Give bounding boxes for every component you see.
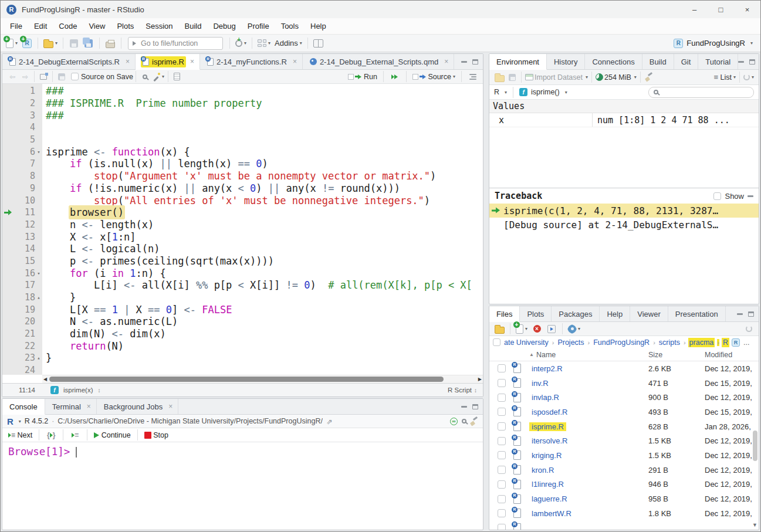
- rename-file-button[interactable]: [545, 322, 558, 336]
- line-gutter[interactable]: 7: [2, 158, 42, 169]
- line-gutter[interactable]: 16▾: [2, 268, 42, 279]
- load-workspace-button[interactable]: [493, 70, 506, 84]
- file-checkbox[interactable]: [498, 509, 506, 517]
- goto-directory-icon[interactable]: ⇗: [326, 417, 332, 426]
- file-checkbox[interactable]: [498, 495, 506, 503]
- chevron-down-icon[interactable]: ▾: [19, 419, 21, 424]
- console-tab[interactable]: Console: [2, 399, 45, 415]
- show-panes-button[interactable]: [312, 36, 325, 50]
- code-line[interactable]: 11 browser(): [2, 206, 483, 219]
- line-gutter[interactable]: 10: [2, 195, 42, 206]
- source-tab[interactable]: isprime.R×: [136, 54, 200, 70]
- menu-debug[interactable]: Debug: [207, 19, 241, 33]
- code-line[interactable]: 18▴ }: [2, 292, 483, 304]
- name-column-header[interactable]: ▲Name: [529, 351, 648, 359]
- show-checkbox[interactable]: [713, 192, 721, 200]
- close-button[interactable]: ×: [734, 1, 760, 18]
- compile-report-button[interactable]: [171, 70, 184, 84]
- table-row[interactable]: laguerre.R958 BDec 12, 2019,: [489, 492, 759, 506]
- source-tab[interactable]: 2-14_Debug_External_Scripts.qmd×: [303, 54, 454, 69]
- file-checkbox[interactable]: [498, 524, 506, 530]
- scrollbar-track[interactable]: [48, 377, 477, 382]
- table-row[interactable]: inv.R471 BDec 15, 2019,: [489, 376, 759, 391]
- new-file-button[interactable]: ▾: [5, 36, 19, 50]
- modified-column-header[interactable]: Modified: [705, 351, 759, 359]
- rerun-button[interactable]: [388, 70, 401, 84]
- code-line[interactable]: 16▾ for (i in 1:n) {: [2, 267, 483, 279]
- back-button[interactable]: ⇦: [6, 70, 19, 84]
- file-name-link[interactable]: laguerre.R: [529, 494, 648, 503]
- r-logo-icon[interactable]: R: [7, 416, 13, 426]
- code-line[interactable]: 6▾isprime <- function(x) {: [2, 145, 483, 158]
- language-selector[interactable]: R: [494, 88, 499, 96]
- files-tab[interactable]: Files: [489, 306, 520, 322]
- breadcrumb-item[interactable]: ate University: [503, 338, 550, 347]
- file-name-link[interactable]: interp2.R: [529, 364, 648, 373]
- print-button[interactable]: [104, 36, 117, 50]
- close-icon[interactable]: ×: [190, 57, 194, 66]
- new-project-button[interactable]: R: [21, 36, 33, 50]
- pane-layout-button[interactable]: ▾: [256, 36, 272, 50]
- code-editor[interactable]: 1###2### ISPRIME.R Prime number property…: [2, 84, 483, 375]
- minimize-pane-icon[interactable]: [461, 61, 467, 63]
- line-gutter[interactable]: 20: [2, 316, 42, 327]
- file-checkbox[interactable]: [498, 379, 506, 387]
- scrollbar-thumb[interactable]: [753, 431, 757, 461]
- line-gutter[interactable]: 22: [2, 341, 42, 351]
- new-folder-button[interactable]: [493, 322, 506, 336]
- menu-profile[interactable]: Profile: [242, 19, 275, 33]
- environment-scope-selector[interactable]: isprime(): [531, 88, 560, 96]
- size-column-header[interactable]: Size: [648, 351, 705, 359]
- files-tab[interactable]: Plots: [520, 306, 552, 321]
- line-gutter[interactable]: 13: [2, 232, 42, 242]
- minimize-pane-icon[interactable]: [461, 406, 467, 408]
- scroll-right-icon[interactable]: ▶: [478, 377, 482, 382]
- console-tab[interactable]: Terminal×: [45, 399, 97, 414]
- traceback-frame[interactable]: isprime(c(1, 2, 4, 71, 88, 2131, 3287…: [489, 204, 759, 218]
- table-row[interactable]: isposdef.R493 BDec 15, 2019,: [489, 405, 759, 419]
- menu-tools[interactable]: Tools: [275, 19, 305, 33]
- debug-next-button[interactable]: ≡ Next: [7, 428, 33, 442]
- breadcrumb-item[interactable]: scripts: [658, 338, 681, 347]
- line-gutter[interactable]: 18▴: [2, 292, 42, 303]
- file-name-link[interactable]: itersolve.R: [529, 436, 648, 445]
- clear-console-icon[interactable]: [471, 418, 478, 425]
- code-tools-button[interactable]: ▾: [151, 70, 165, 84]
- line-gutter[interactable]: 12: [2, 219, 42, 230]
- code-line[interactable]: 8 stop("Argument 'x' must be a nonempty …: [2, 170, 483, 182]
- file-checkbox[interactable]: [498, 408, 506, 416]
- close-icon[interactable]: ×: [444, 57, 448, 66]
- file-name-link[interactable]: isprime.R: [529, 422, 648, 431]
- line-gutter[interactable]: 1: [2, 86, 42, 96]
- menu-plots[interactable]: Plots: [111, 19, 140, 33]
- maximize-pane-icon[interactable]: [472, 59, 478, 65]
- variable-row[interactable]: x num [1:8] 1 2 4 71 88 ...: [489, 113, 759, 127]
- code-line[interactable]: 24: [2, 364, 483, 375]
- save-source-button[interactable]: [55, 70, 68, 84]
- file-type-selector[interactable]: R Script ↕: [448, 387, 477, 394]
- menu-session[interactable]: Session: [140, 19, 178, 33]
- function-scope[interactable]: isprime(x): [63, 387, 93, 394]
- code-line[interactable]: 5: [2, 134, 483, 146]
- close-icon[interactable]: ×: [168, 402, 173, 411]
- addins-button[interactable]: Addins▾: [273, 36, 303, 50]
- line-gutter[interactable]: 3: [2, 110, 42, 121]
- minimize-pane-icon[interactable]: [737, 313, 743, 315]
- open-file-button[interactable]: ▾: [42, 36, 59, 50]
- table-row[interactable]: l1linreg.R946 BDec 12, 2019,: [489, 477, 759, 492]
- more-file-commands-button[interactable]: ▾: [567, 322, 581, 336]
- code-line[interactable]: 2### ISPRIME.R Prime number property: [2, 97, 483, 110]
- code-line[interactable]: 15 p <- primes(ceiling(sqrt(max(x)))): [2, 255, 483, 267]
- code-line[interactable]: 10 stop("All entries of 'x' must be nonn…: [2, 194, 483, 206]
- table-row[interactable]: kron.R291 BDec 12, 2019,: [489, 463, 759, 477]
- stop-button[interactable]: Stop: [143, 428, 170, 442]
- line-gutter[interactable]: 5: [2, 134, 42, 145]
- chevron-down-icon[interactable]: ▾: [565, 90, 567, 95]
- refresh-environment-button[interactable]: ▾: [742, 70, 755, 84]
- environment-tab[interactable]: Git: [674, 54, 699, 69]
- menu-code[interactable]: Code: [53, 19, 83, 33]
- scrollbar-thumb[interactable]: [49, 377, 444, 382]
- session-suspend-icon[interactable]: ∞: [450, 418, 458, 425]
- line-gutter[interactable]: 4: [2, 122, 42, 133]
- import-dataset-button[interactable]: Import Dataset▾: [524, 70, 589, 84]
